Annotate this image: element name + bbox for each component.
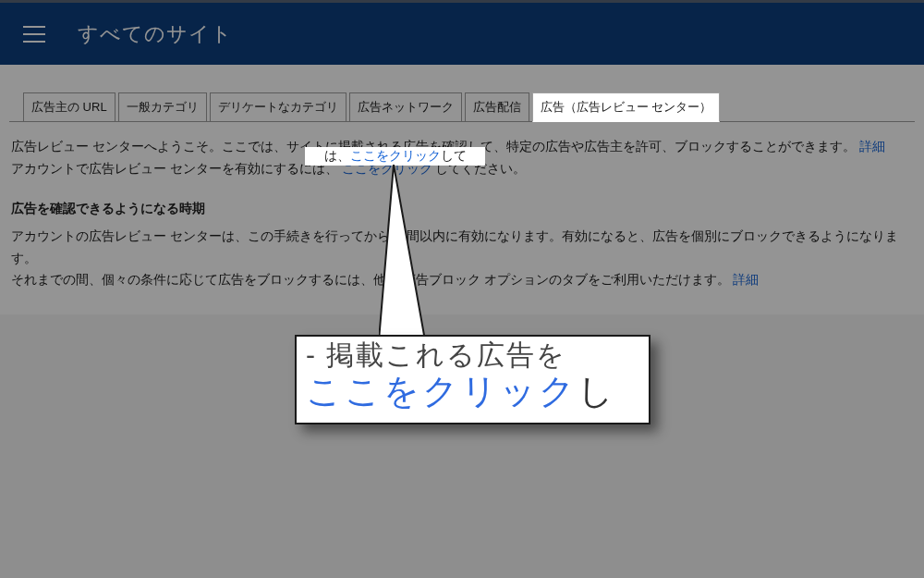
page-title: すべてのサイト [78,20,233,48]
callout-box: - 掲載これる広告を ここをクリックし [295,335,650,424]
callout-big-tail: し [578,372,616,411]
main-content: 広告主の URL 一般カテゴリ デリケートなカテゴリ 広告ネットワーク 広告配信… [0,65,924,314]
details-link-2[interactable]: 詳細 [733,273,759,287]
timing-para-b: それまでの間、個々の条件に応じて広告をブロックするには、他の 広告ブロック オプ… [11,273,730,287]
timing-para-b-line: それまでの間、個々の条件に応じて広告をブロックするには、他の 広告ブロック オプ… [11,269,915,291]
tab-ad-serving[interactable]: 広告配信 [465,92,529,122]
callout-top-partial: - 掲載これる広告を [306,340,639,370]
tab-ad-network[interactable]: 広告ネットワーク [349,92,462,122]
enable-pre: アカウントで広告レビュー センターを有効にするには、 [11,162,338,176]
details-link-1[interactable]: 詳細 [859,140,885,154]
tab-general-category[interactable]: 一般カテゴリ [118,92,207,122]
spotlight-link[interactable]: ここをクリック [350,147,441,166]
app-header: すべてのサイト [0,0,924,65]
spotlight-pre: は、 [324,147,350,166]
timing-para-a: アカウントの広告レビュー センターは、この手続きを行ってから 時間以内に有効にな… [11,226,915,269]
timing-subhead: 広告を確認できるようになる時期 [11,198,915,220]
spotlight-post: して [441,147,467,166]
tab-advertiser-url[interactable]: 広告主の URL [23,92,116,122]
tab-sensitive-category[interactable]: デリケートなカテゴリ [210,92,346,122]
callout-big-line: ここをクリックし [306,372,639,412]
tab-ad-review-center[interactable]: 広告（広告レビュー センター） [532,92,721,122]
menu-icon[interactable] [23,26,45,43]
callout-big-link[interactable]: ここをクリック [306,372,578,411]
tab-bar: 広告主の URL 一般カテゴリ デリケートなカテゴリ 広告ネットワーク 広告配信… [23,92,915,122]
spotlight-strip: は、 ここをクリック して [305,147,485,166]
